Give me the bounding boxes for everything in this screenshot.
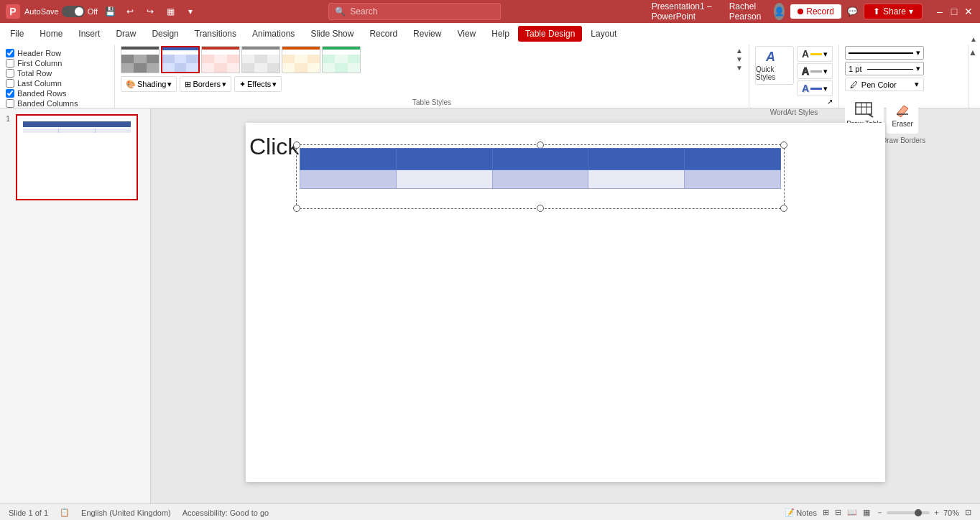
zoom-in-button[interactable]: ＋ [933,507,940,518]
slide-thumbnail-1[interactable] [16,114,138,200]
table-style-swatch-3[interactable] [201,46,240,73]
view-reading-icon[interactable]: 📖 [847,508,857,517]
eraser-icon [894,101,911,119]
handle-bottom-left[interactable] [293,205,300,212]
table-header-cell-1[interactable] [300,149,397,170]
last-column-checkbox[interactable] [6,79,14,88]
more-icon[interactable]: ▾ [182,4,198,19]
text-effects-button[interactable]: A ▾ [797,80,833,96]
header-row-label: Header Row [17,49,61,57]
doc-title: Presentation1 – PowerPoint [652,1,724,22]
last-column-checkbox-row: Last Column [6,79,78,88]
eraser-button[interactable]: Eraser [887,95,918,134]
wordart-styles-content: A Quick Styles A ▾ A ▾ [755,46,833,106]
ribbon-collapse-arrow[interactable]: ▲ [969,47,977,57]
table-style-swatch-2[interactable] [161,46,200,73]
search-input[interactable] [350,6,479,17]
canvas-area: Click [151,108,980,503]
maximize-button[interactable]: □ [948,6,960,17]
comments-icon[interactable]: 💬 [847,4,858,19]
menu-file[interactable]: File [3,26,31,42]
header-row-checkbox-row: Header Row [6,49,78,57]
table-header-cell-2[interactable] [396,149,492,170]
table-header-cell-3[interactable] [492,149,588,170]
zoom-slider[interactable] [887,511,930,514]
menu-view[interactable]: View [450,26,483,42]
wordart-expand-icon[interactable]: ↗ [827,98,833,106]
handle-top-right[interactable] [780,141,787,149]
redo-icon[interactable]: ↪ [142,4,158,19]
save-icon[interactable]: 💾 [102,4,118,19]
menu-draw[interactable]: Draw [108,26,143,42]
scroll-more-arrow[interactable]: ▼ [736,64,743,73]
header-row-checkbox[interactable] [6,49,14,57]
menu-layout[interactable]: Layout [583,26,624,42]
text-outline-button[interactable]: A ▾ [797,63,833,79]
zoom-control: － ＋ 70% [876,507,959,518]
menu-design[interactable]: Design [144,26,185,42]
menu-transitions[interactable]: Transitions [188,26,244,42]
draw-table-icon [854,101,874,119]
scroll-down-arrow[interactable]: ▼ [736,55,743,64]
minimize-button[interactable]: – [934,6,946,17]
scroll-up-arrow[interactable]: ▲ [736,47,743,55]
borders-icon: ⊞ [185,80,191,89]
effects-button[interactable]: ✦ Effects ▾ [234,76,282,92]
table-style-swatch-5[interactable] [282,46,320,73]
slide-canvas[interactable]: Click [246,123,885,482]
zoom-out-button[interactable]: － [876,507,884,518]
pen-style-selector[interactable]: ▾ [845,46,924,60]
menu-slideshow[interactable]: Slide Show [303,26,361,42]
handle-bottom-right[interactable] [780,205,787,212]
slide-table[interactable] [300,148,781,189]
table-body-cell-2[interactable] [396,170,492,189]
total-row-checkbox-row: Total Row [6,69,78,78]
undo-icon[interactable]: ↩ [122,4,138,19]
menu-help[interactable]: Help [484,26,517,42]
first-column-checkbox[interactable] [6,59,14,68]
handle-bottom-center[interactable] [537,205,544,212]
table-header-cell-4[interactable] [588,149,685,170]
pen-color-button[interactable]: 🖊 Pen Color ▾ [845,78,924,91]
notes-button[interactable]: 📝 Notes [785,508,817,517]
table-body-cell-1[interactable] [300,170,397,189]
slide-panel: 1 [0,108,151,503]
menu-animations[interactable]: Animations [245,26,302,42]
menu-tabledesign[interactable]: Table Design [518,26,582,42]
record-button[interactable]: Record [790,4,841,19]
draw-borders-group: ▾ 1 pt ▾ 🖊 Pen Color [839,45,969,108]
view-slide-sorter-icon[interactable]: ⊟ [835,508,841,517]
text-fill-button[interactable]: A ▾ [797,46,833,62]
menu-home[interactable]: Home [32,26,70,42]
view-presenter-icon[interactable]: ▦ [863,508,870,517]
menu-insert[interactable]: Insert [71,26,107,42]
view-normal-icon[interactable]: ⊞ [823,508,829,517]
table-style-options-group: Header Row First Column Total Row Last C… [0,45,115,108]
table-style-swatch-1[interactable] [121,46,160,73]
close-button[interactable]: ✕ [963,6,974,17]
present-icon[interactable]: ▦ [162,4,178,19]
banded-columns-checkbox[interactable] [6,99,14,108]
quick-styles-button[interactable]: A Quick Styles [755,46,794,85]
borders-button[interactable]: ⊞ Borders ▾ [180,76,231,92]
total-row-checkbox[interactable] [6,69,14,78]
collapse-ribbon-button[interactable]: ▲ [970,35,977,43]
pen-color-dropdown-icon: ▾ [915,80,919,89]
table-body-cell-4[interactable] [588,170,685,189]
fit-slide-button[interactable]: ⊡ [965,508,971,517]
borders-dropdown-icon: ▾ [222,80,226,89]
banded-rows-checkbox[interactable] [6,89,14,98]
table-style-swatch-4[interactable] [241,46,280,73]
shading-button[interactable]: 🎨 Shading ▾ [121,76,177,92]
table-body-cell-3[interactable] [492,170,588,189]
table-header-cell-5[interactable] [685,149,781,170]
search-box[interactable]: 🔍 [328,3,501,20]
autosave-toggle[interactable] [62,6,85,17]
pen-size-selector[interactable]: 1 pt ▾ [845,62,924,75]
table-body-cell-5[interactable] [685,170,781,189]
user-avatar[interactable]: 👤 [774,3,785,20]
share-button[interactable]: ⬆ Share ▾ [864,4,923,19]
table-style-swatch-6[interactable] [322,46,361,73]
menu-record[interactable]: Record [362,26,405,42]
menu-review[interactable]: Review [406,26,448,42]
